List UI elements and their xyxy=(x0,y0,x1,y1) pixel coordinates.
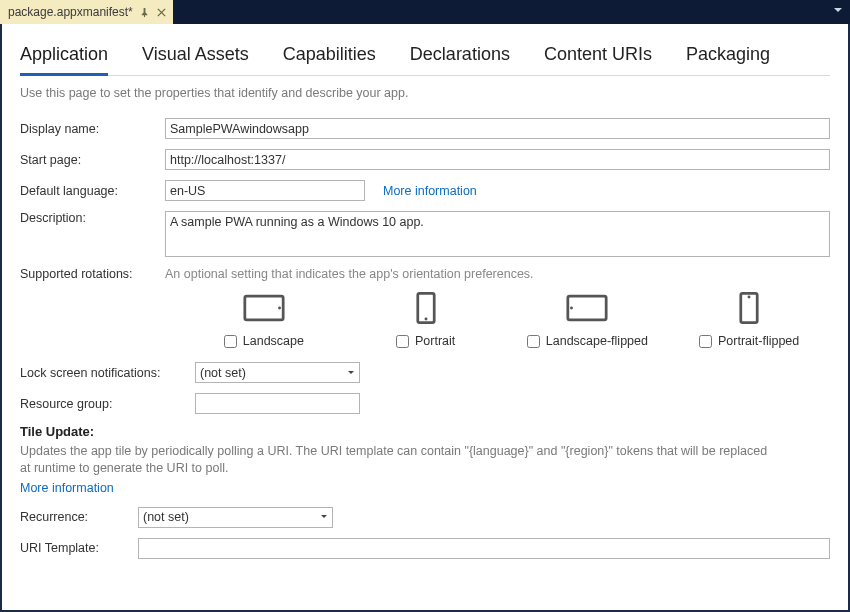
display-name-input[interactable] xyxy=(165,118,830,139)
portrait-flipped-checkbox-label: Portrait-flipped xyxy=(718,334,799,348)
resource-group-input[interactable] xyxy=(195,393,360,414)
start-page-label: Start page: xyxy=(20,153,165,167)
tab-visual-assets[interactable]: Visual Assets xyxy=(142,42,249,75)
pin-icon[interactable] xyxy=(139,7,150,18)
landscape-flipped-icon xyxy=(566,291,608,328)
landscape-flipped-checkbox[interactable]: Landscape-flipped xyxy=(507,334,669,348)
supported-rotations-hint: An optional setting that indicates the a… xyxy=(165,267,534,281)
supported-rotations-label: Supported rotations: xyxy=(20,267,165,281)
lock-screen-select-value: (not set) xyxy=(200,366,246,380)
chevron-down-icon xyxy=(320,510,328,524)
start-page-input[interactable] xyxy=(165,149,830,170)
recurrence-select-value: (not set) xyxy=(143,510,189,524)
recurrence-select[interactable]: (not set) xyxy=(138,507,333,528)
recurrence-label: Recurrence: xyxy=(20,510,138,524)
tile-update-desc: Updates the app tile by periodically pol… xyxy=(20,443,780,477)
svg-rect-5 xyxy=(568,296,606,320)
svg-point-6 xyxy=(570,307,573,310)
tile-update-more-info-link[interactable]: More information xyxy=(20,481,830,495)
default-language-input[interactable] xyxy=(165,180,365,201)
description-label: Description: xyxy=(20,211,165,225)
lock-screen-label: Lock screen notifications: xyxy=(20,366,195,380)
display-name-label: Display name: xyxy=(20,122,165,136)
manifest-editor-page: Application Visual Assets Capabilities D… xyxy=(2,24,848,610)
landscape-checkbox[interactable]: Landscape xyxy=(183,334,345,348)
close-icon[interactable] xyxy=(156,7,167,18)
document-tab-label: package.appxmanifest* xyxy=(8,5,133,19)
tab-capabilities[interactable]: Capabilities xyxy=(283,42,376,75)
manifest-nav: Application Visual Assets Capabilities D… xyxy=(20,42,830,76)
landscape-icon xyxy=(243,291,285,328)
uri-template-label: URI Template: xyxy=(20,541,138,555)
landscape-checkbox-label: Landscape xyxy=(243,334,304,348)
rotation-checkbox-row: Landscape Portrait Landscape-flipped Por… xyxy=(183,334,830,348)
tab-application[interactable]: Application xyxy=(20,42,108,75)
document-tab[interactable]: package.appxmanifest* xyxy=(0,0,173,24)
chevron-down-icon xyxy=(347,366,355,380)
default-language-label: Default language: xyxy=(20,184,165,198)
svg-point-4 xyxy=(424,317,427,320)
portrait-checkbox-label: Portrait xyxy=(415,334,455,348)
description-input[interactable] xyxy=(165,211,830,257)
uri-template-input[interactable] xyxy=(138,538,830,559)
tab-overflow-icon[interactable] xyxy=(832,4,844,19)
resource-group-label: Resource group: xyxy=(20,397,195,411)
portrait-icon xyxy=(405,291,447,328)
svg-rect-0 xyxy=(144,14,145,17)
document-tab-strip: package.appxmanifest* xyxy=(0,0,850,24)
page-hint: Use this page to set the properties that… xyxy=(20,86,830,100)
tab-declarations[interactable]: Declarations xyxy=(410,42,510,75)
portrait-flipped-checkbox[interactable]: Portrait-flipped xyxy=(668,334,830,348)
portrait-checkbox[interactable]: Portrait xyxy=(345,334,507,348)
svg-rect-1 xyxy=(245,296,283,320)
portrait-flipped-icon xyxy=(728,291,770,328)
tab-content-uris[interactable]: Content URIs xyxy=(544,42,652,75)
lock-screen-select[interactable]: (not set) xyxy=(195,362,360,383)
svg-point-2 xyxy=(278,307,281,310)
tab-packaging[interactable]: Packaging xyxy=(686,42,770,75)
svg-point-8 xyxy=(748,296,751,299)
default-language-more-info-link[interactable]: More information xyxy=(383,184,477,198)
rotation-icons-row xyxy=(183,291,830,328)
tile-update-title: Tile Update: xyxy=(20,424,830,439)
landscape-flipped-checkbox-label: Landscape-flipped xyxy=(546,334,648,348)
